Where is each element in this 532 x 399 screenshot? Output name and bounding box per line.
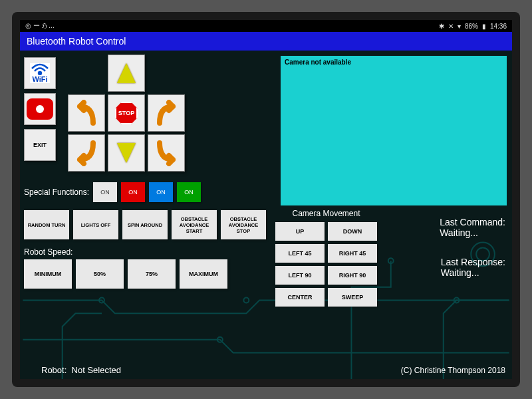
bluetooth-icon: ✱ <box>439 23 444 30</box>
robot-selection: Robot: Not Selected <box>41 365 121 375</box>
robot-speed-label: Robot Speed: <box>24 247 72 257</box>
random-turn-button[interactable]: RANDOM TURN <box>24 210 69 239</box>
svg-point-7 <box>39 72 41 74</box>
cam-right45-button[interactable]: RIGHT 45 <box>328 244 377 263</box>
lights-off-button[interactable]: LIGHTS OFF <box>73 210 118 239</box>
exit-button[interactable]: EXIT <box>24 129 56 161</box>
record-button[interactable] <box>24 93 56 125</box>
wifi-button[interactable]: WiFi <box>24 57 56 89</box>
special-functions-label: Special Functions: <box>24 188 89 197</box>
statusbar-left: ◎ ー ℌ ... <box>25 21 55 31</box>
speed-maximum-button[interactable]: MAXIMUM <box>180 259 227 289</box>
up-button[interactable] <box>108 55 145 92</box>
stop-button[interactable]: STOP <box>108 94 145 132</box>
camera-na-label: Camera not available <box>281 56 507 68</box>
cam-left45-button[interactable]: LEFT 45 <box>275 244 325 263</box>
android-statusbar: ◎ ー ℌ ... ✱ ✕ ▾ 86% ▮ 14:36 <box>20 20 512 32</box>
last-command-status: Last Command: Waiting... <box>440 217 505 238</box>
turn-left-down-button[interactable] <box>68 134 105 172</box>
cam-left90-button[interactable]: LEFT 90 <box>275 266 325 285</box>
turn-right-up-button[interactable] <box>148 94 185 132</box>
cam-sweep-button[interactable]: SWEEP <box>328 288 377 307</box>
arrow-up-icon <box>117 63 136 83</box>
wifi-icon: WiFi <box>30 63 50 83</box>
special-toggle-2[interactable]: ON <box>121 182 145 202</box>
camera-view: Camera not available <box>281 56 507 205</box>
camera-movement-label: Camera Movement <box>275 209 377 218</box>
signal-icon: ▾ <box>458 23 461 30</box>
battery-icon: ▮ <box>482 23 486 30</box>
last-response-status: Last Response: Waiting... <box>441 257 505 278</box>
cam-center-button[interactable]: CENTER <box>275 288 325 307</box>
cam-down-button[interactable]: DOWN <box>328 222 377 241</box>
special-toggle-4[interactable]: ON <box>177 182 201 202</box>
app-title: Bluetooth Robot Control <box>27 36 126 47</box>
speed-minimum-button[interactable]: MINIMUM <box>24 259 72 289</box>
app-title-bar: Bluetooth Robot Control <box>20 32 512 51</box>
turn-left-up-button[interactable] <box>68 94 105 132</box>
copyright: (C) Christine Thompson 2018 <box>401 366 505 375</box>
cam-right90-button[interactable]: RIGHT 90 <box>328 266 377 285</box>
stop-icon: STOP <box>115 102 138 124</box>
battery-text: 86% <box>465 23 478 30</box>
obstacle-start-button[interactable]: OBSTACLE AVOIDANCE START <box>172 210 217 239</box>
special-toggle-1[interactable]: ON <box>93 182 117 202</box>
arrow-down-icon <box>117 143 136 163</box>
svg-point-1 <box>243 297 249 303</box>
camera-record-icon <box>27 98 53 120</box>
tablet-screen: ◎ ー ℌ ... ✱ ✕ ▾ 86% ▮ 14:36 Bluetooth Ro… <box>12 12 520 387</box>
turn-right-down-button[interactable] <box>148 134 185 172</box>
speed-75-button[interactable]: 75% <box>128 259 176 289</box>
down-button[interactable] <box>108 134 145 172</box>
mute-icon: ✕ <box>448 23 454 30</box>
spin-around-button[interactable]: SPIN AROUND <box>122 210 168 239</box>
speed-50-button[interactable]: 50% <box>76 259 124 289</box>
obstacle-stop-button[interactable]: OBSTACLE AVOIDANCE STOP <box>221 210 266 239</box>
cam-up-button[interactable]: UP <box>275 222 325 241</box>
clock: 14:36 <box>490 23 507 30</box>
direction-pad: STOP <box>68 55 185 172</box>
special-toggle-3[interactable]: ON <box>149 182 173 202</box>
